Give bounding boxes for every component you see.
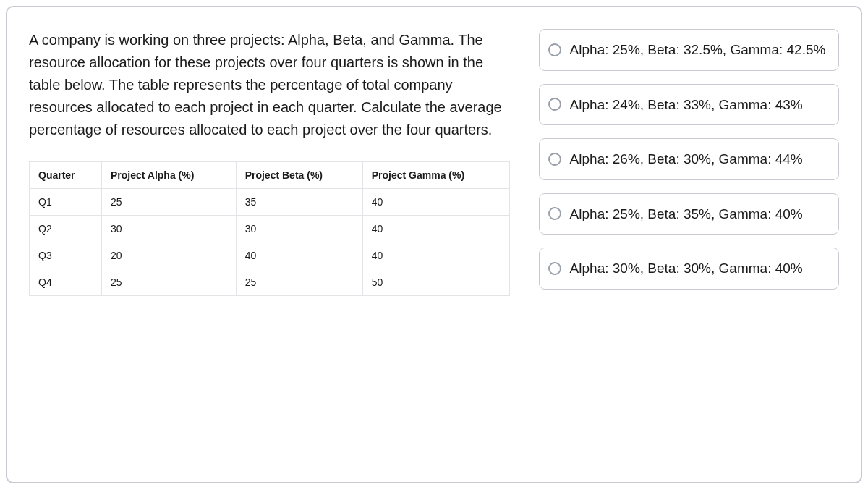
- table-row: Q2 30 30 40: [30, 216, 510, 242]
- question-card: A company is working on three projects: …: [6, 6, 862, 483]
- table-cell: 40: [362, 242, 509, 269]
- radio-icon: [548, 153, 561, 166]
- table-cell: 25: [236, 269, 362, 296]
- question-left-column: A company is working on three projects: …: [29, 29, 510, 460]
- table-cell: 40: [362, 216, 509, 242]
- answer-option-4[interactable]: Alpha: 25%, Beta: 35%, Gamma: 40%: [539, 193, 839, 235]
- table-header-row: Quarter Project Alpha (%) Project Beta (…: [30, 162, 510, 189]
- table-cell: 50: [362, 269, 509, 296]
- option-text: Alpha: 24%, Beta: 33%, Gamma: 43%: [570, 95, 803, 115]
- table-header: Project Alpha (%): [101, 162, 236, 189]
- table-row: Q4 25 25 50: [30, 269, 510, 296]
- table-cell: 20: [101, 242, 236, 269]
- option-text: Alpha: 25%, Beta: 32.5%, Gamma: 42.5%: [570, 40, 826, 60]
- table-cell: 25: [101, 269, 236, 296]
- table-cell: 30: [101, 216, 236, 242]
- option-text: Alpha: 25%, Beta: 35%, Gamma: 40%: [570, 204, 803, 224]
- radio-icon: [548, 43, 561, 56]
- table-cell: 30: [236, 216, 362, 242]
- table-cell: Q4: [30, 269, 102, 296]
- data-table: Quarter Project Alpha (%) Project Beta (…: [29, 161, 510, 296]
- table-header: Quarter: [30, 162, 102, 189]
- answer-option-3[interactable]: Alpha: 26%, Beta: 30%, Gamma: 44%: [539, 138, 839, 180]
- answer-option-2[interactable]: Alpha: 24%, Beta: 33%, Gamma: 43%: [539, 84, 839, 126]
- option-text: Alpha: 30%, Beta: 30%, Gamma: 40%: [570, 258, 803, 279]
- radio-icon: [548, 262, 561, 275]
- question-text: A company is working on three projects: …: [29, 29, 510, 141]
- answer-option-1[interactable]: Alpha: 25%, Beta: 32.5%, Gamma: 42.5%: [539, 29, 839, 71]
- table-header: Project Gamma (%): [362, 162, 509, 189]
- table-cell: 40: [236, 242, 362, 269]
- table-cell: 40: [362, 189, 509, 216]
- table-row: Q3 20 40 40: [30, 242, 510, 269]
- table-cell: Q2: [30, 216, 102, 242]
- table-cell: 25: [101, 189, 236, 216]
- table-cell: Q3: [30, 242, 102, 269]
- answer-options: Alpha: 25%, Beta: 32.5%, Gamma: 42.5% Al…: [539, 29, 839, 460]
- option-text: Alpha: 26%, Beta: 30%, Gamma: 44%: [570, 149, 803, 169]
- radio-icon: [548, 207, 561, 220]
- table-header: Project Beta (%): [236, 162, 362, 189]
- table-cell: Q1: [30, 189, 102, 216]
- radio-icon: [548, 98, 561, 111]
- answer-option-5[interactable]: Alpha: 30%, Beta: 30%, Gamma: 40%: [539, 248, 839, 290]
- table-cell: 35: [236, 189, 362, 216]
- table-row: Q1 25 35 40: [30, 189, 510, 216]
